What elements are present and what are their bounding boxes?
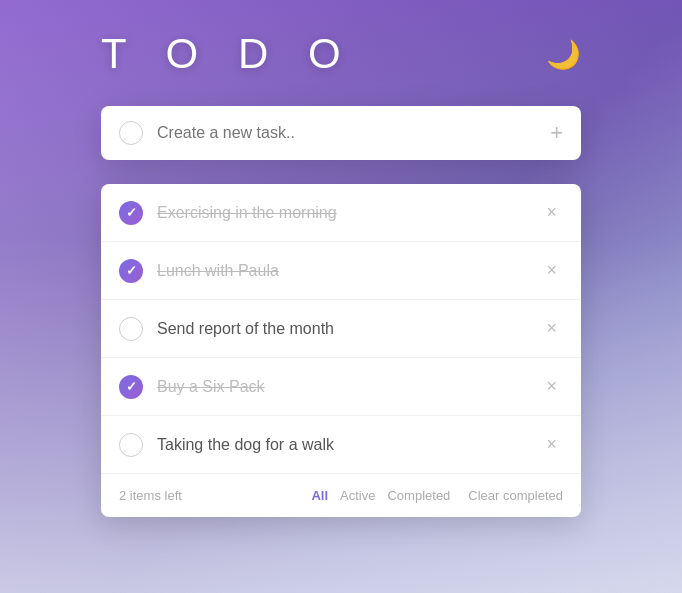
app-header: T O D O 🌙 (101, 30, 581, 78)
filter-active-button[interactable]: Active (340, 488, 375, 503)
add-task-button[interactable]: + (550, 120, 563, 146)
new-task-container: + (101, 106, 581, 160)
delete-task-button[interactable]: × (540, 432, 563, 457)
checkmark-icon: ✓ (126, 379, 137, 394)
task-text: Send report of the month (157, 320, 540, 338)
filter-group: All Active Completed (311, 488, 450, 503)
todo-item: ✓Buy a Six Pack× (101, 358, 581, 416)
todo-item: Send report of the month× (101, 300, 581, 358)
app-title: T O D O (101, 30, 355, 78)
checkmark-icon: ✓ (126, 205, 137, 220)
task-checkbox[interactable]: ✓ (119, 375, 143, 399)
task-checkbox[interactable]: ✓ (119, 259, 143, 283)
checkmark-icon: ✓ (126, 263, 137, 278)
task-checkbox[interactable]: ✓ (119, 201, 143, 225)
new-task-circle (119, 121, 143, 145)
task-text: Lunch with Paula (157, 262, 540, 280)
todo-list: ✓Exercising in the morning×✓Lunch with P… (101, 184, 581, 517)
task-text: Exercising in the morning (157, 204, 540, 222)
delete-task-button[interactable]: × (540, 374, 563, 399)
delete-task-button[interactable]: × (540, 316, 563, 341)
items-left-count: 2 items left (119, 488, 311, 503)
footer: 2 items left All Active Completed Clear … (101, 473, 581, 517)
filter-completed-button[interactable]: Completed (387, 488, 450, 503)
delete-task-button[interactable]: × (540, 258, 563, 283)
todo-item: ✓Exercising in the morning× (101, 184, 581, 242)
task-checkbox[interactable] (119, 433, 143, 457)
task-text: Taking the dog for a walk (157, 436, 540, 454)
filter-all-button[interactable]: All (311, 488, 328, 503)
delete-task-button[interactable]: × (540, 200, 563, 225)
clear-completed-button[interactable]: Clear completed (468, 488, 563, 503)
task-checkbox[interactable] (119, 317, 143, 341)
main-content: T O D O 🌙 + ✓Exercising in the morning×✓… (0, 0, 682, 517)
todo-item: ✓Lunch with Paula× (101, 242, 581, 300)
new-task-input[interactable] (157, 124, 550, 142)
task-list: ✓Exercising in the morning×✓Lunch with P… (101, 184, 581, 473)
todo-item: Taking the dog for a walk× (101, 416, 581, 473)
task-text: Buy a Six Pack (157, 378, 540, 396)
moon-icon[interactable]: 🌙 (546, 38, 581, 71)
